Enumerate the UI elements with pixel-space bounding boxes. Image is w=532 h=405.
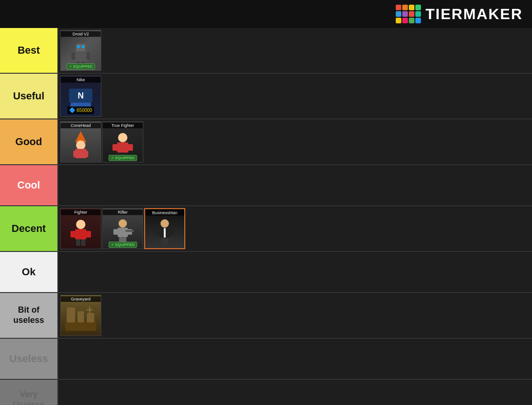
equipped-badge-rifler: ✓ EQUIPPED: [109, 242, 137, 248]
svg-rect-36: [126, 230, 134, 232]
svg-rect-19: [117, 142, 128, 153]
item-name-true-fighter: True Fighter: [103, 123, 143, 128]
tier-list: Best Droid V2 ✓ EQUIPPED: [0, 28, 532, 405]
tier-label-ok: Ok: [0, 252, 58, 292]
svg-rect-39: [164, 228, 166, 237]
item-true-fighter[interactable]: True Fighter ✓ EQUIPPED: [102, 121, 143, 162]
svg-rect-3: [74, 51, 88, 62]
svg-rect-4: [71, 52, 75, 60]
tier-row-decent: Decent Fighter Rifler: [0, 206, 532, 252]
logo-text: TiERMAKER: [426, 6, 523, 23]
item-rifler[interactable]: Rifler ✓ EQUIPPED: [102, 208, 143, 249]
svg-rect-43: [165, 238, 168, 244]
tier-row-useful: Useful Nike N 🔷650000: [0, 74, 532, 119]
tier-label-good: Good: [0, 119, 58, 164]
tier-row-useless: Useless: [0, 339, 532, 380]
svg-text:N: N: [78, 91, 84, 100]
svg-rect-31: [118, 228, 128, 237]
tier-label-very-useless: Very Useless: [0, 380, 58, 405]
tier-label-best: Best: [0, 28, 58, 73]
tiermaker-logo: TiERMAKER: [396, 5, 523, 23]
svg-rect-20: [112, 144, 118, 151]
tier-content-very-useless: [58, 380, 532, 405]
item-name-businessman: BusinessMan: [145, 210, 184, 216]
equipped-badge-droid-v2: ✓ EQUIPPED: [67, 63, 95, 70]
logo-grid: [396, 5, 421, 23]
svg-point-30: [119, 219, 127, 228]
svg-rect-25: [75, 229, 86, 239]
svg-point-2: [82, 45, 84, 48]
item-droid-v2[interactable]: Droid V2 ✓ EQUIPPED: [60, 30, 101, 71]
svg-rect-5: [86, 52, 90, 60]
item-businessman[interactable]: BusinessMan: [144, 208, 185, 249]
item-name-fighter: Fighter: [61, 209, 101, 215]
tier-content-bit-useless: Graveyard: [58, 293, 532, 338]
svg-point-24: [76, 220, 85, 229]
tier-row-best: Best Droid V2 ✓ EQUIPPED: [0, 28, 532, 74]
item-graveyard[interactable]: Graveyard: [60, 295, 101, 336]
svg-point-37: [161, 219, 169, 228]
tier-content-ok: [58, 252, 532, 292]
tier-row-bit-useless: Bit of useless Graveyard: [0, 293, 532, 339]
tier-content-useless: [58, 339, 532, 379]
tier-label-cool: Cool: [0, 165, 58, 205]
svg-rect-28: [76, 239, 80, 246]
svg-rect-42: [161, 238, 165, 244]
header: TiERMAKER: [0, 0, 532, 28]
price-badge-nike: 🔷650000: [67, 106, 94, 114]
tier-label-useful: Useful: [0, 74, 58, 119]
tier-content-cool: [58, 165, 532, 205]
svg-point-14: [76, 140, 85, 150]
item-nike[interactable]: Nike N 🔷650000: [60, 76, 101, 117]
tier-row-good: Good ConeHead True Fighter: [0, 119, 532, 165]
tier-row-cool: Cool: [0, 165, 532, 206]
tier-content-decent: Fighter Rifler: [58, 206, 532, 251]
tier-content-good: ConeHead True Fighter: [58, 119, 532, 164]
tier-label-bit-useless: Bit of useless: [0, 293, 58, 338]
tier-label-decent: Decent: [0, 206, 58, 251]
item-name-rifler: Rifler: [103, 209, 143, 215]
tier-content-useful: Nike N 🔷650000: [58, 74, 532, 119]
tier-label-useless: Useless: [0, 339, 58, 379]
svg-rect-21: [127, 144, 133, 151]
tier-row-ok: Ok: [0, 252, 532, 293]
equipped-badge-true-fighter: ✓ EQUIPPED: [109, 155, 137, 161]
svg-rect-44: [65, 321, 96, 331]
svg-rect-40: [155, 229, 161, 236]
item-fighter[interactable]: Fighter: [60, 208, 101, 249]
tier-content-best: Droid V2 ✓ EQUIPPED: [58, 28, 532, 73]
item-name-graveyard: Graveyard: [61, 296, 101, 302]
svg-rect-26: [70, 231, 76, 237]
svg-rect-17: [84, 151, 88, 157]
item-name-conehead: ConeHead: [61, 123, 101, 128]
item-name: Droid V2: [61, 31, 101, 37]
item-name-nike: Nike: [61, 77, 101, 83]
svg-point-1: [77, 45, 80, 48]
svg-rect-41: [168, 229, 174, 236]
svg-rect-32: [113, 229, 118, 235]
svg-rect-27: [85, 231, 91, 237]
svg-rect-29: [81, 239, 85, 246]
tier-row-very-useless: Very Useless: [0, 380, 532, 405]
svg-rect-16: [73, 151, 77, 157]
item-conehead[interactable]: ConeHead: [60, 121, 101, 162]
svg-point-18: [118, 133, 127, 142]
